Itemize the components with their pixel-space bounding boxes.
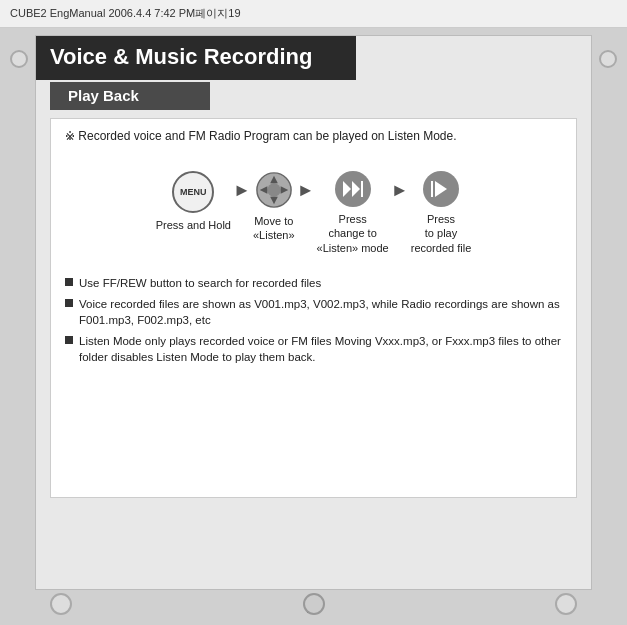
step-play-label: Pressto playrecorded file bbox=[411, 212, 472, 255]
notice-text: ※ Recorded voice and FM Radio Program ca… bbox=[65, 129, 562, 143]
diagram-area: MENU Press and Hold ► bbox=[65, 153, 562, 265]
svg-marker-10 bbox=[435, 181, 447, 197]
dpad-icon bbox=[255, 171, 293, 209]
section-title: Play Back bbox=[68, 87, 139, 104]
title-bar: Voice & Music Recording bbox=[36, 36, 356, 80]
menu-button-icon: MENU bbox=[172, 171, 214, 213]
bullet-item-1: Use FF/REW button to search for recorded… bbox=[65, 275, 562, 291]
header-text: CUBE2 EngManual 2006.4.4 7:42 PM페이지19 bbox=[10, 6, 241, 21]
page-title: Voice & Music Recording bbox=[50, 44, 312, 69]
svg-point-1 bbox=[267, 183, 280, 196]
bullet-icon-2 bbox=[65, 299, 73, 307]
corner-decoration-tr bbox=[599, 50, 617, 68]
ff-button-icon bbox=[335, 171, 371, 207]
step-menu: MENU Press and Hold bbox=[156, 171, 231, 232]
corner-decoration-tl bbox=[10, 50, 28, 68]
arrow-2: ► bbox=[295, 171, 317, 209]
svg-rect-9 bbox=[431, 181, 433, 197]
section-bar: Play Back bbox=[50, 82, 210, 110]
content-area: ※ Recorded voice and FM Radio Program ca… bbox=[50, 118, 577, 498]
header-bar: CUBE2 EngManual 2006.4.4 7:42 PM페이지19 bbox=[0, 0, 627, 28]
svg-rect-8 bbox=[361, 181, 363, 197]
bullet-item-2: Voice recorded files are shown as V001.m… bbox=[65, 296, 562, 328]
bullet-icon-3 bbox=[65, 336, 73, 344]
corner-decoration-br bbox=[555, 593, 577, 615]
menu-label: MENU bbox=[180, 187, 207, 197]
arrow-1: ► bbox=[231, 171, 253, 209]
corner-decoration-bm bbox=[303, 593, 325, 615]
arrow-3: ► bbox=[389, 171, 411, 209]
svg-marker-6 bbox=[343, 181, 351, 197]
play-button-icon bbox=[423, 171, 459, 207]
step-dpad: Move to«Listen» bbox=[253, 171, 295, 243]
bullet-text-1: Use FF/REW button to search for recorded… bbox=[79, 275, 321, 291]
bullet-item-3: Listen Mode only plays recorded voice or… bbox=[65, 333, 562, 365]
bullet-text-3: Listen Mode only plays recorded voice or… bbox=[79, 333, 562, 365]
bullet-text-2: Voice recorded files are shown as V001.m… bbox=[79, 296, 562, 328]
bullets-list: Use FF/REW button to search for recorded… bbox=[65, 275, 562, 365]
step-menu-label: Press and Hold bbox=[156, 218, 231, 232]
corner-decoration-bl bbox=[50, 593, 72, 615]
step-ff-label: Presschange to«Listen» mode bbox=[317, 212, 389, 255]
step-dpad-label: Move to«Listen» bbox=[253, 214, 295, 243]
main-content: Voice & Music Recording Play Back ※ Reco… bbox=[35, 35, 592, 590]
step-play: Pressto playrecorded file bbox=[411, 171, 472, 255]
bullet-icon-1 bbox=[65, 278, 73, 286]
step-ff: Presschange to«Listen» mode bbox=[317, 171, 389, 255]
svg-marker-7 bbox=[352, 181, 360, 197]
